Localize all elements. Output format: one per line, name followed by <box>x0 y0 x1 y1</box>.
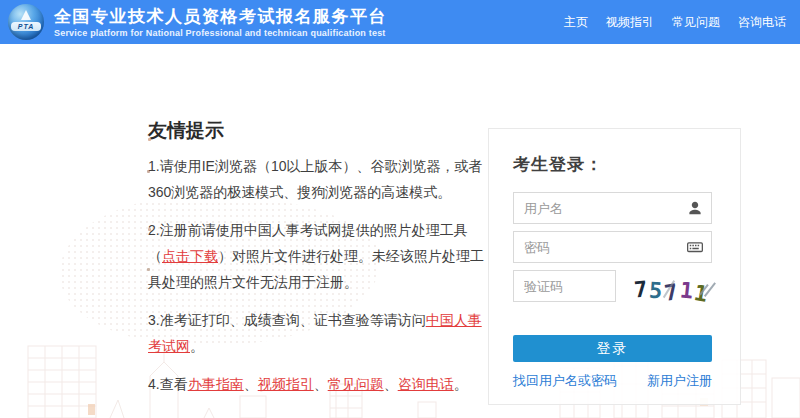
password-field-wrap <box>513 231 712 263</box>
app-header: PTA 全国专业技术人员资格考试报名服务平台 Service platform … <box>0 0 800 44</box>
nav-home-link[interactable]: 主页 <box>564 14 588 31</box>
captcha-digit: 1 <box>678 277 694 303</box>
service-guide-link[interactable]: 办事指南 <box>188 376 244 392</box>
tip-item-3: 3.准考证打印、成绩查询、证书查验等请访问中国人事考试网。 <box>148 307 492 359</box>
download-photo-tool-link[interactable]: 点击下载 <box>162 248 218 264</box>
tips-heading: 友情提示 <box>148 118 492 144</box>
login-links-row: 找回用户名或密码 新用户注册 <box>513 372 712 390</box>
top-navigation: 主页 视频指引 常见问题 咨询电话 <box>564 14 800 31</box>
tip-item-2: 2.注册前请使用中国人事考试网提供的照片处理工具（点击下载）对照片文件进行处理。… <box>148 217 492 295</box>
username-input[interactable] <box>513 192 712 224</box>
captcha-field-wrap <box>513 270 616 302</box>
tip-4-text: 、 <box>384 376 398 392</box>
logo-flame-shape <box>21 10 31 20</box>
password-input[interactable] <box>513 231 712 263</box>
header-titles: 全国专业技术人员资格考试报名服务平台 Service platform for … <box>54 7 387 38</box>
site-subtitle: Service platform for National Profession… <box>54 28 387 38</box>
pta-logo-icon: PTA <box>8 4 44 40</box>
captcha-digit: 5 <box>648 278 663 304</box>
captcha-input[interactable] <box>513 270 616 302</box>
nav-faq-link[interactable]: 常见问题 <box>672 14 720 31</box>
tip-1-text: 1.请使用IE浏览器（10以上版本）、谷歌浏览器，或者360浏览器的极速模式、搜… <box>148 158 482 200</box>
faq-link[interactable]: 常见问题 <box>328 376 384 392</box>
username-field-wrap <box>513 192 712 224</box>
video-guide-link[interactable]: 视频指引 <box>258 376 314 392</box>
site-title: 全国专业技术人员资格考试报名服务平台 <box>54 7 387 27</box>
tip-4-text: 、 <box>244 376 258 392</box>
tip-4-text: 4.查看 <box>148 376 188 392</box>
nav-video-guide-link[interactable]: 视频指引 <box>606 14 654 31</box>
login-button[interactable]: 登录 <box>513 335 712 362</box>
hotline-link[interactable]: 咨询电话 <box>398 376 454 392</box>
tip-4-text: 。 <box>454 376 468 392</box>
captcha-digit: 7 <box>633 276 648 302</box>
captcha-row: 7 5 7 1 1 <box>513 270 712 309</box>
keyboard-icon <box>686 238 704 256</box>
captcha-image[interactable]: 7 5 7 1 1 <box>630 273 712 307</box>
logo-text: PTA <box>11 22 41 31</box>
tip-3-text: 。 <box>190 338 204 354</box>
user-icon <box>686 199 704 217</box>
friendly-tips-section: 友情提示 1.请使用IE浏览器（10以上版本）、谷歌浏览器，或者360浏览器的极… <box>148 118 492 409</box>
candidate-login-panel: 考生登录： 7 5 7 1 1 <box>488 128 741 405</box>
tip-item-4: 4.查看办事指南、视频指引、常见问题、咨询电话。 <box>148 371 492 397</box>
register-link[interactable]: 新用户注册 <box>647 372 712 390</box>
nav-hotline-link[interactable]: 咨询电话 <box>738 14 786 31</box>
tip-item-1: 1.请使用IE浏览器（10以上版本）、谷歌浏览器，或者360浏览器的极速模式、搜… <box>148 153 492 205</box>
tip-4-text: 、 <box>314 376 328 392</box>
tip-3-text: 3.准考证打印、成绩查询、证书查验等请访问 <box>148 312 426 328</box>
forgot-credentials-link[interactable]: 找回用户名或密码 <box>513 372 617 390</box>
login-title: 考生登录： <box>513 153 712 176</box>
